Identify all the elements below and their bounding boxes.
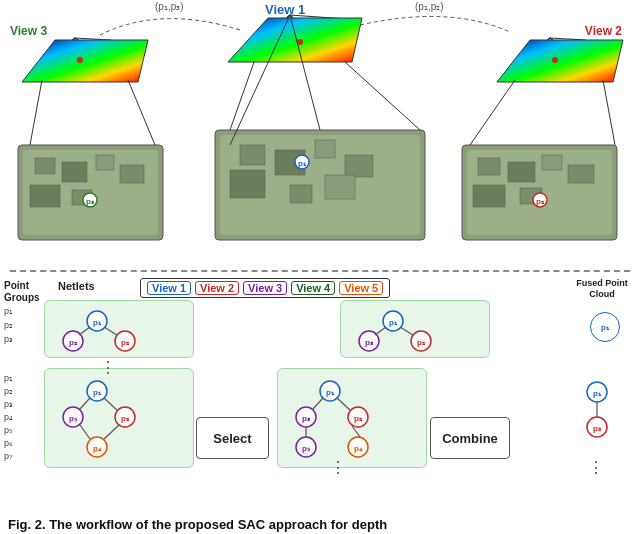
svg-line-50 (603, 80, 615, 145)
svg-line-47 (30, 80, 42, 145)
svg-line-78 (104, 398, 117, 410)
legend-view2: View 2 (195, 281, 239, 295)
netlets-graph-row1-svg: p₁ p₂ p₂ (45, 301, 195, 359)
svg-rect-20 (325, 175, 355, 199)
svg-rect-17 (345, 155, 373, 177)
dots-row1: ⋮ (100, 358, 116, 377)
svg-text:p₄: p₄ (93, 444, 102, 453)
svg-line-60 (104, 327, 117, 335)
top-diagram-svg: p₁ p₃ p₂ (0, 0, 640, 268)
legend-view5: View 5 (339, 281, 383, 295)
netlets-graph-row2-svg: p₁ p₅ p₂ p₄ (45, 369, 195, 469)
svg-text:p₂: p₂ (417, 338, 426, 347)
svg-text:p₁: p₁ (389, 318, 398, 327)
svg-text:p₂: p₂ (354, 414, 363, 423)
svg-text:p₂: p₂ (69, 338, 78, 347)
svg-line-79 (80, 425, 90, 439)
svg-rect-19 (290, 185, 312, 203)
svg-point-7 (77, 57, 83, 63)
svg-rect-37 (542, 155, 562, 170)
bottom-workflow-section: View 1 View 2 View 3 View 4 View 5 Point… (0, 272, 640, 522)
svg-line-59 (79, 327, 90, 335)
top-diagram-section: p₁ p₃ p₂ (0, 0, 640, 270)
svg-rect-39 (473, 185, 505, 207)
legend-view3: View 3 (243, 281, 287, 295)
view2-label-top: View 2 (585, 24, 622, 38)
pg-row1: p₁ p₂ p₃ (4, 304, 13, 346)
svg-marker-2 (228, 18, 362, 62)
netlets-header: Netlets (58, 280, 95, 292)
fused-graph-row2: p₁ p₂ (562, 372, 632, 452)
svg-text:p₂: p₂ (121, 414, 130, 423)
svg-line-44 (345, 62, 420, 130)
svg-rect-16 (315, 140, 335, 158)
svg-marker-6 (22, 40, 148, 82)
svg-text:p₂: p₂ (536, 197, 545, 206)
svg-line-80 (104, 425, 119, 439)
view1-label-top: View 1 (265, 2, 305, 17)
point-groups-header: PointGroups (4, 280, 40, 304)
svg-text:p₃: p₃ (302, 414, 311, 423)
svg-line-91 (312, 398, 323, 410)
svg-text:p₁: p₁ (93, 318, 102, 327)
dots-fused: ⋮ (588, 458, 604, 477)
svg-rect-36 (508, 162, 535, 182)
svg-text:p₅: p₅ (69, 414, 78, 423)
svg-text:p₄: p₄ (354, 444, 363, 453)
svg-text:p₃: p₃ (86, 197, 95, 206)
svg-text:p₂: p₂ (121, 338, 130, 347)
combine-button[interactable]: Combine (430, 417, 510, 459)
legend-view1: View 1 (147, 281, 191, 295)
svg-line-49 (470, 80, 515, 145)
svg-rect-25 (35, 158, 55, 174)
legend-view4: View 4 (291, 281, 335, 295)
svg-rect-27 (96, 155, 114, 170)
fused-point-cloud-header: Fused Point Cloud (566, 278, 638, 300)
selected-graph-row2-svg: p₁ p₃ p₂ p₅ p₄ (278, 369, 428, 469)
svg-rect-29 (30, 185, 60, 207)
svg-text:p₁: p₁ (298, 159, 307, 168)
svg-line-92 (337, 398, 350, 410)
svg-text:p₁: p₁ (593, 389, 602, 398)
caption-bold: Fig. 2. The workflow of the proposed SAC… (8, 517, 387, 532)
netlets-box-row1: p₁ p₂ p₂ (44, 300, 194, 358)
svg-line-67 (375, 327, 386, 335)
svg-point-11 (552, 57, 558, 63)
svg-marker-10 (497, 40, 623, 82)
svg-rect-26 (62, 162, 87, 182)
figure-caption: Fig. 2. The workflow of the proposed SAC… (8, 517, 387, 532)
netlets-box-row2: p₁ p₅ p₂ p₄ (44, 368, 194, 468)
legend-bar: View 1 View 2 View 3 View 4 View 5 (140, 278, 390, 298)
svg-rect-14 (240, 145, 265, 165)
svg-rect-18 (230, 170, 265, 198)
svg-text:(p₁,p₂): (p₁,p₂) (415, 1, 444, 12)
select-button[interactable]: Select (196, 417, 269, 459)
selected-box-row1: p₁ p₃ p₂ (340, 300, 490, 358)
selected-graph-row1-svg: p₁ p₃ p₂ (341, 301, 491, 359)
pg-row2: p₁ p₂ p₃ p₄ p₅ p₆ p₇ (4, 372, 13, 463)
svg-text:p₁: p₁ (326, 388, 335, 397)
svg-rect-28 (120, 165, 144, 183)
fused-graph-row2-svg: p₁ p₂ (562, 372, 632, 452)
svg-rect-35 (478, 158, 500, 175)
svg-line-77 (79, 398, 90, 410)
svg-text:p₂: p₂ (593, 424, 602, 433)
dots-row2: ⋮ (330, 458, 346, 477)
svg-text:p₁: p₁ (93, 388, 102, 397)
svg-text:p₃: p₃ (365, 338, 374, 347)
svg-line-68 (400, 327, 413, 335)
fused-node-row1: p₁ (590, 312, 620, 342)
svg-rect-38 (568, 165, 594, 183)
view3-label-top: View 3 (10, 24, 47, 38)
selected-box-row2: p₁ p₃ p₂ p₅ p₄ (277, 368, 427, 468)
svg-line-48 (128, 80, 155, 145)
svg-text:p₅: p₅ (302, 444, 311, 453)
svg-text:(p₁,p₃): (p₁,p₃) (155, 1, 184, 12)
